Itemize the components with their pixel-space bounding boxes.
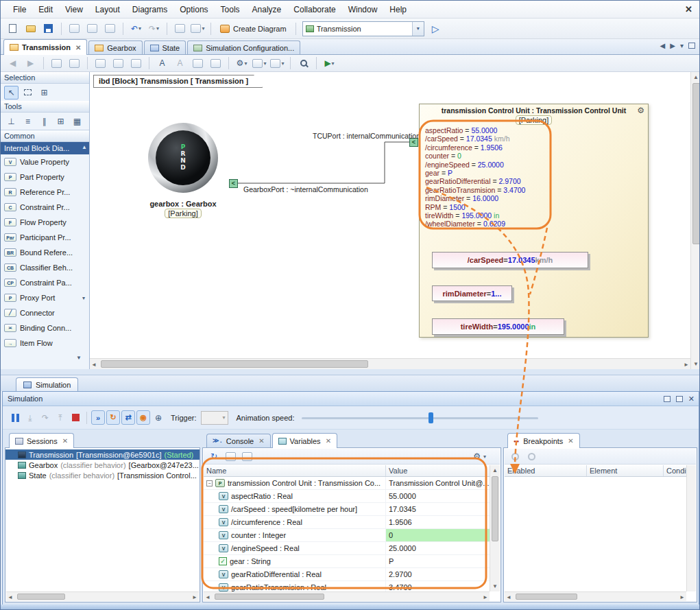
column-header-value[interactable]: Value xyxy=(386,465,490,476)
tab-scroll-left-icon[interactable]: ◀ xyxy=(660,42,666,49)
grid-button[interactable]: ▾ xyxy=(269,56,285,71)
tab-gearbox[interactable]: Gearbox xyxy=(88,40,142,54)
scroll-up-icon[interactable]: ▲ xyxy=(693,74,699,80)
gearbox-part-name[interactable]: gearbox : Gearbox xyxy=(131,200,235,208)
dock-tab-simulation[interactable]: Simulation xyxy=(16,377,78,392)
tab-simulation-configuration[interactable]: Simulation Configuration... xyxy=(187,40,300,54)
watch-button[interactable] xyxy=(240,449,254,464)
draw-line-button[interactable] xyxy=(190,56,206,71)
variables-row[interactable]: Vcounter : Integer0 xyxy=(204,529,490,542)
navigate-back-button[interactable]: ◀ xyxy=(5,56,21,71)
tab-breakpoints[interactable]: ●● Breakpoints ✕ xyxy=(507,433,580,448)
remove-breakpoint-button[interactable] xyxy=(524,449,538,464)
palette-item-reference-pr[interactable]: RReference Pr... xyxy=(1,185,89,200)
tab-close-icon[interactable]: ✕ xyxy=(75,44,81,51)
scroll-left-icon[interactable]: ◄ xyxy=(91,362,97,368)
palette-item-proxy-port[interactable]: PProxy Port▾ xyxy=(1,290,89,305)
chevron-down-icon[interactable]: ▾ xyxy=(138,25,141,32)
menu-item-help[interactable]: Help xyxy=(384,2,412,17)
scroll-thumb[interactable] xyxy=(692,83,700,244)
menu-item-layout[interactable]: Layout xyxy=(90,2,125,17)
session-item[interactable]: Gearbox(classifier behavior) [Gearbox@24… xyxy=(5,460,200,470)
chevron-down-icon[interactable]: ▾ xyxy=(332,60,335,67)
scroll-down-icon[interactable]: ▼ xyxy=(492,583,498,589)
step-into-button[interactable]: ⤓ xyxy=(23,410,37,425)
run-button[interactable]: ▶▾ xyxy=(322,56,337,71)
variables-row[interactable]: V/circumference : Real1.9506 xyxy=(204,516,490,529)
chevron-down-icon[interactable]: ▾ xyxy=(281,60,284,67)
scroll-right-icon[interactable]: ► xyxy=(684,362,689,368)
scroll-left-icon[interactable]: ◄ xyxy=(506,594,511,600)
slider-thumb[interactable] xyxy=(429,412,433,423)
variables-row[interactable]: VgearRatioTransmision : Real3.4700 xyxy=(204,581,490,591)
palette-item-flow-property[interactable]: FFlow Property xyxy=(1,215,89,230)
swimlane-tool-button[interactable]: ⊞ xyxy=(53,115,68,128)
tab-transmission[interactable]: Transmission✕ xyxy=(3,39,87,55)
palette-item-classifier-beh[interactable]: CBClassifier Beh... xyxy=(1,260,89,275)
step-over-button[interactable]: ↷ xyxy=(38,410,52,425)
variables-row[interactable]: VaspectRatio : Real55.0000 xyxy=(204,490,490,503)
menu-item-options[interactable]: Options xyxy=(174,2,213,17)
tab-close-icon[interactable]: ✕ xyxy=(258,437,264,445)
export-button[interactable] xyxy=(224,449,237,464)
close-window-icon[interactable]: ✕ xyxy=(688,395,695,403)
print-button[interactable] xyxy=(67,21,82,36)
palette-item-constraint-pr[interactable]: CConstraint Pr... xyxy=(1,200,89,215)
canvas-vertical-scrollbar[interactable]: ▲ ▼ xyxy=(690,72,700,369)
pause-button[interactable] xyxy=(8,410,22,425)
breakpoints-vertical-scrollbar[interactable] xyxy=(686,465,696,591)
palette-scroll-up-icon[interactable]: ▲ xyxy=(82,144,87,150)
column-header-condition[interactable]: Condition xyxy=(664,465,686,476)
chevron-down-icon[interactable]: ▾ xyxy=(82,295,85,301)
palette-item-connector[interactable]: ╱Connector xyxy=(1,305,89,320)
anchor-tool-button[interactable]: ⊥ xyxy=(4,115,19,128)
marquee-tool-button[interactable] xyxy=(21,86,35,99)
column-header-enabled[interactable]: Enabled xyxy=(505,465,587,476)
refresh-button[interactable]: ↻ xyxy=(207,449,221,464)
show-elements-button[interactable] xyxy=(67,56,82,71)
tab-state[interactable]: State xyxy=(144,40,186,54)
palette-item-item-flow[interactable]: →Item Flow xyxy=(1,336,89,351)
scroll-thumb[interactable] xyxy=(101,360,368,368)
variables-horizontal-scrollbar[interactable]: ◄ ► xyxy=(204,591,490,601)
menu-item-edit[interactable]: Edit xyxy=(33,2,58,17)
layout-button[interactable]: ▾ xyxy=(252,56,267,71)
menu-item-file[interactable]: File xyxy=(8,2,32,17)
scroll-up-icon[interactable]: ▲ xyxy=(492,467,498,473)
create-diagram-button[interactable]: Create Diagram xyxy=(216,23,291,34)
window-close-icon[interactable]: ✕ xyxy=(685,4,692,14)
animate-toggle[interactable]: ⇄ xyxy=(121,410,135,425)
column-header-element[interactable]: Element xyxy=(587,465,664,476)
run-fast-toggle[interactable]: » xyxy=(91,410,105,425)
column-header-name[interactable]: Name xyxy=(204,465,386,476)
copy-button[interactable] xyxy=(110,56,126,71)
tirewidth-callout[interactable]: tireWidth = 195.0000 in xyxy=(432,318,564,335)
tree-collapse-icon[interactable]: − xyxy=(206,480,213,486)
chevron-down-icon[interactable]: ▾ xyxy=(263,60,266,67)
distribute-tool-button[interactable]: ∥ xyxy=(37,115,51,128)
scroll-thumb[interactable] xyxy=(17,594,65,600)
print-preview-button[interactable] xyxy=(84,21,100,36)
save-button[interactable] xyxy=(40,21,56,36)
maximize-editor-icon[interactable] xyxy=(688,43,695,49)
menu-item-analyze[interactable]: Analyze xyxy=(247,2,287,17)
cursor-tool-button[interactable]: ↖ xyxy=(4,86,19,99)
chevron-down-icon[interactable]: ▾ xyxy=(483,454,486,460)
auto-start-toggle[interactable]: ↻ xyxy=(106,410,120,425)
palette-item-constraint-pa[interactable]: CPConstraint Pa... xyxy=(1,275,89,290)
record-toggle[interactable]: ◉ xyxy=(136,410,150,425)
variables-row[interactable]: −Ptransmission Control Unit : Transmissi… xyxy=(204,477,490,490)
project-options-button[interactable] xyxy=(102,21,118,36)
variables-row[interactable]: V/engineSpeed : Real25.0000 xyxy=(204,542,490,555)
session-item[interactable]: State(classifier behavior) [Transmission… xyxy=(5,470,200,480)
float-window-icon[interactable] xyxy=(664,396,671,402)
diagram-canvas[interactable]: ibd [Block] Transmission [ Transmission … xyxy=(90,72,690,358)
menu-item-window[interactable]: Window xyxy=(343,2,383,17)
variables-row[interactable]: ✓gear : StringP xyxy=(204,555,490,568)
trigger-combobox[interactable]: ▾ xyxy=(201,411,228,425)
canvas-horizontal-scrollbar[interactable]: ◄ ► xyxy=(90,358,690,369)
align-tool-button[interactable]: ≡ xyxy=(21,115,35,128)
tab-close-icon[interactable]: ✕ xyxy=(62,437,68,445)
palette-item-internal-block-diagram[interactable]: Internal Block Dia... ▲ xyxy=(1,142,89,154)
tab-scroll-right-icon[interactable]: ▶ xyxy=(670,42,675,49)
